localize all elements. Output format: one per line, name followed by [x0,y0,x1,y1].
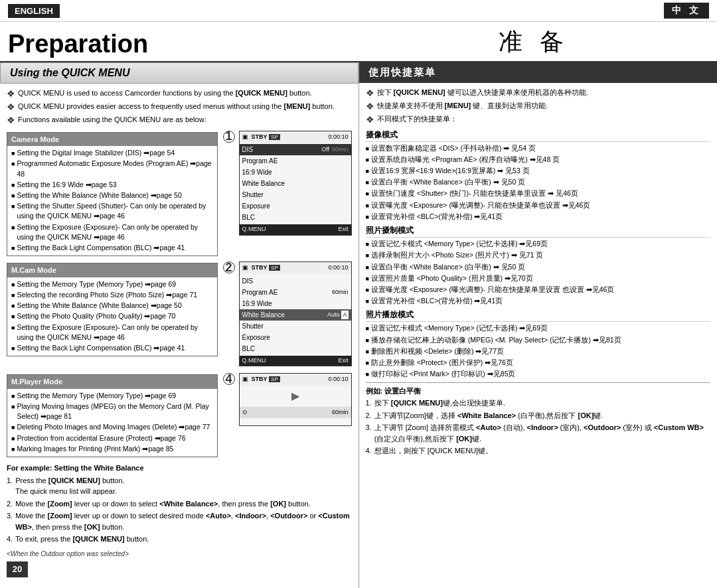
zh-step-1: 1. 按下 [QUICK MENU]键,会出现快捷菜单. [366,398,711,409]
cam-screen-4: ▣ STBY SP 0:00:10 ▶ ⊙60min [239,373,352,426]
mplayer-mode-content: ■Setting the Memory Type (Memory Type) ➡… [7,389,217,457]
example-title: For example: Setting the White Balance [7,463,352,474]
cam-screen-1: ▣ STBY SP 0:00:10 DIS Off60min Program A… [239,131,352,236]
step-2: 2. Move the [Zoom] lever up or down to s… [7,498,352,510]
cam-screen-2: ▣ STBY SP 0:00:10 DIS Program AE 60min 1… [239,261,352,366]
right-column: 使用快捷菜单 ❖ 按下 [QUICK MENU] 键可以进入快捷菜单来使用机器的… [359,62,718,588]
section-header-zh: 使用快捷菜单 [359,62,718,83]
step-4: 4. To exit, press the [QUICK MENU] butto… [7,534,352,545]
step-1: 1. Press the [QUICK MENU] button.The qui… [7,475,352,497]
bullet-icon: ❖ [366,87,374,99]
menu-wb: White Balance [240,178,351,189]
menu-wb2: White Balance AutoA [240,309,351,321]
left-content: ❖ QUICK MENU is used to access Camcorder… [0,84,358,549]
title-row: Preparation 准 备 [0,22,717,62]
page-title-en: Preparation [8,30,358,58]
menu-169: 16:9 Wide [240,167,351,178]
menu-exposure: Exposure [240,200,351,212]
mplayer-mode-box: M.Player Mode ■Setting the Memory Type (… [7,374,218,457]
right-content: ❖ 按下 [QUICK MENU] 键可以进入快捷菜单来使用机器的各种功能. ❖… [359,83,718,461]
intro-item-1: ❖ QUICK MENU is used to access Camcorder… [7,88,352,100]
section-header-en: Using the QUICK MENU [0,62,358,84]
menu-dis: DIS Off60min [240,144,351,155]
zh-intro-text-1: 按下 [QUICK MENU] 键可以进入快捷菜单来使用机器的各种功能. [377,87,711,99]
header: ENGLISH 中 文 [0,0,717,22]
menu-dis2: DIS [240,275,351,287]
zh-intro-2: ❖ 快捷菜单支持不使用 [MENU] 键、直接到达常用功能. [366,100,711,112]
menu-blc: BLC [240,212,351,223]
bullet-icon: ❖ [7,88,15,100]
zh-step-4: 4. 想退出，则按下 [QUICK MENU]键。 [366,445,711,457]
cam-number-4: 4 [223,373,235,385]
language-english: ENGLISH [8,4,60,18]
menu-exposure2: Exposure [240,332,351,343]
menu-progae: Program AE [240,155,351,167]
bullet-icon: ❖ [366,100,374,112]
zh-step-2: 2. 上下调节[Zoom]键，选择 <White Balance> (白平衡),… [366,410,711,421]
bullet-icon: ❖ [366,113,374,125]
intro-text-1: QUICK MENU is used to access Camcorder f… [18,88,352,100]
zh-intro-3: ❖ 不同模式下的快捷菜单： [366,113,711,125]
page-title-zh: 准 备 [358,26,709,58]
mcam-mode-box: M.Cam Mode ■Setting the Memory Type (Mem… [7,263,218,356]
intro-text-3: Functions available using the QUICK MENU… [18,114,352,126]
zh-intro-1: ❖ 按下 [QUICK MENU] 键可以进入快捷菜单来使用机器的各种功能. [366,87,711,99]
zh-camera-label: 摄像模式 [366,129,711,142]
zh-intro-text-2: 快捷菜单支持不使用 [MENU] 键、直接到达常用功能. [377,100,711,112]
page-number: 20 [7,561,28,577]
zh-intro-text-3: 不同模式下的快捷菜单： [377,113,711,125]
main-content: Using the QUICK MENU ❖ QUICK MENU is use… [0,62,717,588]
mcam-mode-label: M.Cam Mode [7,263,217,277]
menu-shutter: Shutter [240,189,351,200]
menu-progae2: Program AE 60min [240,287,351,298]
bullet-icon: ❖ [7,114,15,126]
bullet-icon: ❖ [7,101,15,113]
zh-example-title: 例如: 设置白平衡 [366,386,711,397]
intro-item-3: ❖ Functions available using the QUICK ME… [7,114,352,126]
step-3: 3. Move the [Zoom] lever up or down to s… [7,510,352,532]
language-chinese: 中 文 [664,3,709,19]
menu-blc2: BLC [240,343,351,354]
camera-mode-label: Camera Mode [7,133,217,147]
intro-text-2: QUICK MENU provides easier access to fre… [18,101,352,113]
cam-number-2: 2 [223,261,235,273]
menu-shutter2: Shutter [240,321,351,332]
menu-169-2: 16:9 Wide [240,298,351,309]
mcam-mode-content: ■Setting the Memory Type (Memory Type) ➡… [7,277,217,356]
bottom-caption: <When the Outdoor option was selected> [0,549,358,559]
camera-mode-content: ■Setting the Digital Image Stabilizer (D… [7,146,217,256]
zh-photo-label: 照片摄制模式 [366,224,711,238]
intro-item-2: ❖ QUICK MENU provides easier access to f… [7,101,352,113]
left-column: Using the QUICK MENU ❖ QUICK MENU is use… [0,62,359,588]
mplayer-mode-label: M.Player Mode [7,375,217,389]
zh-step-3: 3. 上下调节 [Zoom] 选择所需模式 <Auto> (自动), <Indo… [366,422,711,444]
camera-mode-box: Camera Mode ■Setting the Digital Image S… [7,132,218,257]
cam-number-1: 1 [223,131,235,143]
zh-playback-label: 照片播放模式 [366,309,711,322]
